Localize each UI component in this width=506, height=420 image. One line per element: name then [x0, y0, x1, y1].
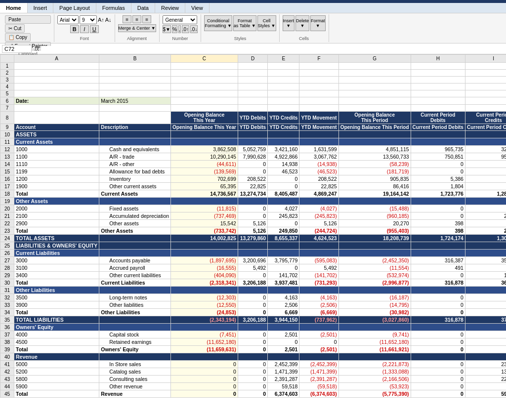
total-label-b[interactable]: Owners' Equity: [99, 346, 171, 353]
merge-center-button[interactable]: Merge & Center ▼: [118, 24, 156, 32]
total-assets-cell[interactable]: TOTAL ASSETS: [14, 235, 99, 242]
value-cell[interactable]: 141,702: [268, 272, 299, 279]
value-cell[interactable]: (44,611): [171, 161, 238, 168]
value-cell[interactable]: 5,052,759: [238, 146, 267, 153]
cut-button[interactable]: ✂ Cut: [5, 24, 25, 33]
spreadsheet-container[interactable]: A B C D E F G H I J K 123456Date:March 2…: [0, 54, 506, 415]
value-cell[interactable]: 138,312: [465, 368, 506, 376]
total-value-cell[interactable]: 0: [238, 390, 267, 398]
total-value-cell[interactable]: 3,206,188: [238, 279, 267, 287]
description-cell[interactable]: Cash and equivalents: [99, 146, 171, 153]
table-cell[interactable]: [14, 84, 99, 90]
value-cell[interactable]: 3,421,160: [268, 146, 299, 153]
table-cell[interactable]: [465, 63, 506, 70]
value-cell[interactable]: 5,492: [299, 264, 338, 272]
total-label-b[interactable]: Other Liabilities: [99, 309, 171, 316]
tab-view[interactable]: View: [185, 3, 210, 13]
account-cell[interactable]: 3400: [14, 272, 99, 279]
account-cell[interactable]: 2100: [14, 212, 99, 220]
value-cell[interactable]: 0: [238, 272, 267, 279]
total-assets-cell[interactable]: 316,878: [411, 316, 465, 324]
table-cell[interactable]: [14, 63, 99, 70]
value-cell[interactable]: 0: [238, 161, 267, 168]
table-cell[interactable]: [338, 90, 411, 97]
value-cell[interactable]: 0: [411, 368, 465, 376]
shrink-font-icon[interactable]: A↓: [105, 17, 112, 23]
description-cell[interactable]: Inventory: [99, 175, 171, 183]
total-assets-cell[interactable]: [99, 235, 171, 242]
total-value-cell[interactable]: (244,724): [299, 227, 338, 235]
value-cell[interactable]: (16,187): [338, 294, 411, 301]
total-assets-cell[interactable]: 370,174: [465, 316, 506, 324]
value-cell[interactable]: 965,735: [411, 146, 465, 153]
total-value-cell[interactable]: 8,405,487: [268, 190, 299, 198]
value-cell[interactable]: 0: [171, 368, 238, 376]
value-cell[interactable]: (4,163): [299, 294, 338, 301]
total-value-cell[interactable]: 398: [411, 227, 465, 235]
cell-styles-button[interactable]: CellStyles ▼: [257, 15, 276, 31]
value-cell[interactable]: 0: [238, 212, 267, 220]
value-cell[interactable]: (15,488): [338, 205, 411, 212]
total-assets-cell[interactable]: [99, 316, 171, 324]
table-cell[interactable]: [14, 90, 99, 97]
total-value-cell[interactable]: 0: [411, 309, 465, 316]
col-header-f[interactable]: F: [299, 55, 338, 63]
value-cell[interactable]: 20,270: [338, 220, 411, 227]
value-cell[interactable]: 356,815: [465, 257, 506, 264]
tab-home[interactable]: Home: [0, 3, 28, 13]
total-value-cell[interactable]: (30,982): [338, 309, 411, 316]
description-cell[interactable]: Consulting sales: [99, 376, 171, 383]
value-cell[interactable]: (12,303): [171, 294, 238, 301]
total-assets-cell[interactable]: TOTAL LIABILITIES: [14, 316, 99, 324]
paste-button[interactable]: Paste: [5, 15, 51, 24]
table-cell[interactable]: [14, 105, 99, 112]
total-value-cell[interactable]: 1,723,776: [411, 190, 465, 198]
total-value-cell[interactable]: 0: [238, 346, 267, 353]
value-cell[interactable]: (595,083): [299, 257, 338, 264]
value-cell[interactable]: (181,719): [338, 168, 411, 175]
value-cell[interactable]: 750,851: [411, 153, 465, 161]
value-cell[interactable]: 0: [268, 264, 299, 272]
conditional-formatting-button[interactable]: ConditionalFormatting ▼: [204, 15, 232, 31]
value-cell[interactable]: 0: [238, 294, 267, 301]
value-cell[interactable]: (1,333,088): [338, 368, 411, 376]
col-header-c[interactable]: C: [171, 55, 238, 63]
total-value-cell[interactable]: (2,318,341): [171, 279, 238, 287]
account-cell[interactable]: 2900: [14, 220, 99, 227]
value-cell[interactable]: 4,027: [268, 205, 299, 212]
value-cell[interactable]: (2,452,350): [338, 257, 411, 264]
table-cell[interactable]: [14, 77, 99, 84]
value-cell[interactable]: 0: [411, 338, 465, 346]
value-cell[interactable]: (2,391,287): [299, 376, 338, 383]
comma-button[interactable]: ,: [178, 25, 181, 33]
total-assets-cell[interactable]: 3,944,150: [268, 316, 299, 324]
total-value-cell[interactable]: 0: [411, 390, 465, 398]
value-cell[interactable]: 2,452,399: [268, 361, 299, 368]
value-cell[interactable]: 0: [238, 368, 267, 376]
table-cell[interactable]: [268, 90, 299, 97]
percent-button[interactable]: %: [172, 25, 177, 33]
total-assets-cell[interactable]: (737,962): [299, 316, 338, 324]
value-cell[interactable]: 230,526: [465, 361, 506, 368]
value-cell[interactable]: 0: [411, 212, 465, 220]
total-value-cell[interactable]: (731,293): [299, 279, 338, 287]
description-cell[interactable]: Retained earnings: [99, 338, 171, 346]
description-cell[interactable]: Other current assets: [99, 183, 171, 190]
total-value-cell[interactable]: 14,736,567: [171, 190, 238, 198]
total-label-a[interactable]: Total: [14, 390, 99, 398]
value-cell[interactable]: 0: [411, 294, 465, 301]
empty-cell[interactable]: [465, 97, 506, 105]
value-cell[interactable]: 22,825: [299, 183, 338, 190]
total-assets-cell[interactable]: 4,624,523: [299, 235, 338, 242]
account-cell[interactable]: 2000: [14, 205, 99, 212]
empty-cell[interactable]: [411, 97, 465, 105]
value-cell[interactable]: 491: [411, 264, 465, 272]
format-button[interactable]: Format▼: [310, 15, 326, 31]
value-cell[interactable]: (2,221,873): [338, 361, 411, 368]
value-cell[interactable]: 0: [411, 331, 465, 338]
value-cell[interactable]: 0: [171, 376, 238, 383]
table-cell[interactable]: [14, 70, 99, 77]
value-cell[interactable]: 245,823: [268, 212, 299, 220]
value-cell[interactable]: 0: [465, 264, 506, 272]
total-assets-cell[interactable]: (3,027,860): [338, 316, 411, 324]
